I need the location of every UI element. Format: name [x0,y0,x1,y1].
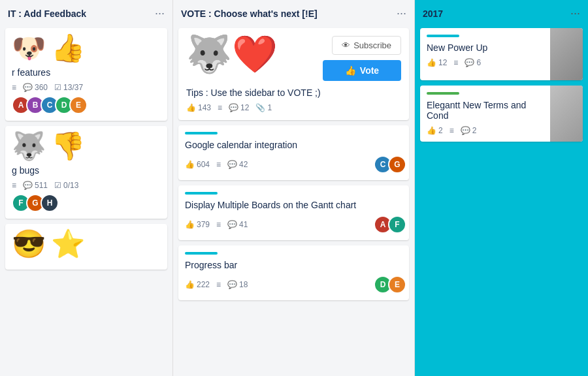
col3-title-1: New Power Up [427,42,545,53]
emoji-thumbsup: 👍 [51,35,85,62]
column-title-2: VOTE : Choose what's next [!E] [181,8,318,19]
subscribe-button[interactable]: 👁 Subscribe [332,36,401,55]
meta-comments-1: 💬 360 [23,83,48,92]
col3-comment-count-2: 2 [472,126,477,135]
comment-icon-v3: 💬 [227,280,237,289]
comment-count-1: 360 [35,83,48,92]
checklist-count-1: 13/37 [63,83,83,92]
featured-like-count: 143 [198,103,211,112]
column-title-3: 2017 [423,8,443,19]
avatar-5: E [69,96,88,114]
comment-icon-r2: 💬 [461,126,470,135]
column-vote: VOTE : Choose what's next [!E] ··· 🐺❤️ 👁… [173,0,415,376]
col3-meta-1: 👍 12 ≡ 💬 6 [427,58,545,67]
vote-comments-1: 💬 42 [227,160,248,169]
column-2017: 2017 ··· New Power Up 👍 12 ≡ 💬 6 [415,0,588,376]
vote-avatar-1b: G [388,155,406,174]
vote-comment-count-3: 18 [239,280,248,289]
featured-title: Tips : Use the sidebar to VOTE ;) [186,87,401,98]
featured-clips: 📎 1 [255,103,272,112]
eye-icon: 👁 [342,40,350,50]
meta-comments-2: 💬 511 [23,181,48,190]
emoji-cool: 😎 [12,230,46,258]
vote-comments-2: 💬 41 [227,220,248,229]
vote-avatar-3b: E [388,275,406,294]
vote-likes-1: 👍 604 [185,160,210,169]
col3-title-2: Elegantt New Terms and Cond [427,100,545,121]
vote-meta-3: 👍 222 ≡ 💬 18 D E [185,275,402,294]
card-meta-features: ≡ 💬 360 ☑ 13/37 [12,83,161,92]
img-placeholder-1 [550,28,583,80]
column-menu-icon-3[interactable]: ··· [570,7,580,20]
column-header-1: IT : Add Feedback ··· [0,0,172,25]
card-meta-bugs: ≡ 💬 511 ☑ 0/13 [12,181,161,190]
col3-card-terms: Elegantt New Terms and Cond 👍 2 ≡ 💬 2 [420,86,583,142]
vote-card-calendar: Google calendar integration 👍 604 ≡ 💬 42… [178,125,409,180]
vote-title-2: Display Multiple Boards on the Gantt cha… [185,200,402,210]
meta-menu-2: ≡ [12,181,16,190]
card-features: 🐶 👍 r features ≡ 💬 360 ☑ 13/37 [5,28,167,121]
col3-menu-2: ≡ [449,126,454,135]
emoji-wolf: 🐺 [12,133,46,160]
featured-card: 🐺❤️ 👁 Subscribe 👍 Vote Tips : Use the si… [178,28,409,120]
vote-avatars-2: A F [374,215,402,234]
vote-thumb-icon: 👍 [345,65,356,76]
col3-like-count-1: 12 [438,58,447,67]
comment-icon-1: 💬 [23,83,33,92]
vote-button[interactable]: 👍 Vote [323,60,401,81]
vote-comment-count-2: 41 [239,220,248,229]
featured-top: 🐺❤️ 👁 Subscribe 👍 Vote [186,36,401,81]
card-emojis-1: 🐶 👍 [12,35,161,62]
vote-comment-count-1: 42 [239,160,248,169]
vote-avatars-3: D E [374,275,402,294]
vote-like-count-2: 379 [197,220,210,229]
featured-clip-count: 1 [267,103,272,112]
menu-icon-2: ≡ [12,181,16,190]
col3-comment-count-1: 6 [476,58,481,67]
card-title-bugs: g bugs [12,165,161,176]
comment-icon-v1: 💬 [227,160,237,169]
col3-like-count-2: 2 [438,126,443,135]
comment-icon-v2: 💬 [227,220,237,229]
card-emojis-2: 🐺 👎 [12,133,161,160]
comment-icon-2: 💬 [23,181,33,190]
vote-avatars-1: C G [374,155,402,174]
featured-meta: 👍 143 ≡ 💬 12 📎 1 [186,103,401,112]
card-emojis-3: 😎 ⭐ [12,230,161,258]
vote-likes-2: 👍 379 [185,220,210,229]
col3-card-powerup: New Power Up 👍 12 ≡ 💬 6 [420,28,583,80]
vote-meta-1: 👍 604 ≡ 💬 42 C G [185,155,402,174]
col3-comments-2: 💬 2 [461,126,477,135]
col3-bar-1 [427,35,459,37]
col3-menu-1: ≡ [453,58,458,67]
column-header-2: VOTE : Choose what's next [!E] ··· [173,0,414,25]
vote-menu-1: ≡ [216,160,221,169]
col3-image-1 [550,28,583,80]
checklist-icon-2: ☑ [54,181,61,190]
column-content-1: 🐶 👍 r features ≡ 💬 360 ☑ 13/37 [0,25,172,376]
emoji-star: ⭐ [51,230,85,258]
column-content-2: 🐺❤️ 👁 Subscribe 👍 Vote Tips : Use the si… [173,25,414,376]
column-menu-icon-2[interactable]: ··· [397,7,406,20]
img-placeholder-2 [550,86,583,142]
checklist-icon-1: ☑ [54,83,61,92]
action-buttons: 👁 Subscribe 👍 Vote [323,36,401,81]
column-add-feedback: IT : Add Feedback ··· 🐶 👍 r features ≡ 💬… [0,0,173,376]
thumb-icon-r1: 👍 [427,58,436,67]
thumb-icon-v3: 👍 [185,280,195,289]
featured-emoji: 🐺❤️ [186,36,278,72]
avatars-bugs: F G H [12,194,161,212]
thumb-icon-r2: 👍 [427,126,436,135]
vote-bar-2 [185,192,218,195]
emoji-dog: 🐶 [12,35,46,62]
vote-meta-2: 👍 379 ≡ 💬 41 A F [185,215,402,234]
avatar-8: H [41,194,59,212]
comment-count-2: 511 [35,181,48,190]
vote-likes-3: 👍 222 [185,280,210,289]
column-menu-icon-1[interactable]: ··· [155,7,165,20]
comment-icon-r1: 💬 [465,58,474,67]
checklist-count-2: 0/13 [63,181,78,190]
vote-like-count-1: 604 [197,160,210,169]
subscribe-label: Subscribe [353,40,391,50]
featured-comments: 💬 12 [229,103,249,112]
